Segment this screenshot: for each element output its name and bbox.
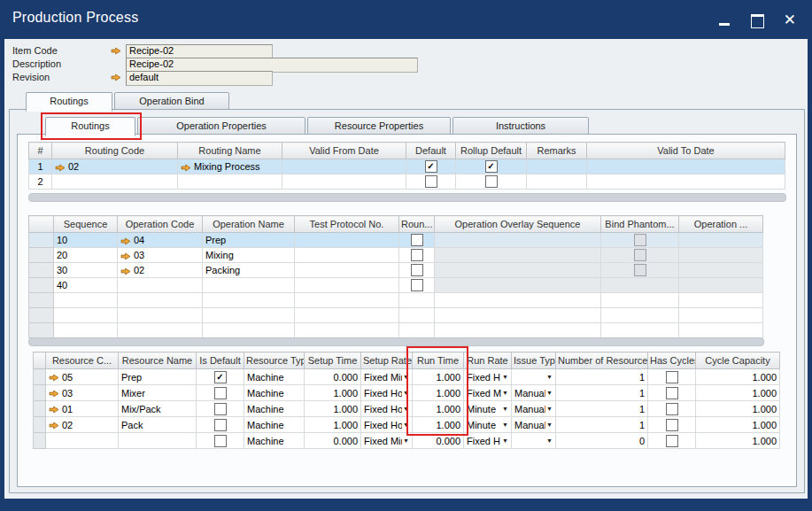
tab-inner-routings[interactable]: Routings — [45, 117, 135, 136]
resource-code-cell[interactable]: 02 — [46, 417, 119, 433]
resource-row[interactable]: 05 Prep ✓ Machine 0.000 Fixed Mir▼ 1.000… — [34, 369, 780, 385]
minimize-button[interactable] — [718, 13, 731, 27]
operation-code-cell[interactable]: 02 — [118, 263, 203, 278]
dropdown-arrow-icon[interactable]: ▼ — [402, 422, 409, 428]
link-arrow-icon[interactable] — [49, 390, 59, 398]
routing-row[interactable]: 2 ✓ ✓ — [29, 174, 785, 190]
col-operation-overlay-sequence[interactable]: Operation Overlay Sequence — [435, 216, 601, 233]
row-selector-cell[interactable] — [34, 417, 46, 433]
operation-name-cell[interactable] — [203, 293, 295, 308]
resource-code-cell[interactable]: 05 — [46, 369, 119, 385]
number-of-resources-cell[interactable]: 1 — [556, 385, 648, 401]
operation-code-cell[interactable] — [118, 323, 203, 338]
sequence-cell[interactable] — [54, 323, 118, 338]
round-checkbox[interactable]: ✓ — [411, 249, 423, 261]
remarks-cell[interactable] — [527, 174, 587, 190]
link-arrow-icon[interactable] — [49, 374, 59, 382]
rollup-default-checkbox[interactable]: ✓ — [485, 160, 498, 173]
operation-code-cell[interactable]: 04 — [118, 233, 203, 248]
dropdown-arrow-icon[interactable]: ▼ — [402, 390, 409, 396]
resource-type-cell[interactable]: Machine — [244, 433, 305, 449]
resource-code-cell[interactable] — [46, 433, 119, 449]
col-operation-code[interactable]: Operation Code — [118, 216, 203, 233]
dropdown-arrow-icon[interactable]: ▼ — [501, 422, 508, 428]
col-resource-code[interactable]: Resource C... — [46, 352, 119, 369]
row-selector-cell[interactable] — [34, 385, 46, 401]
test-protocol-cell[interactable] — [295, 233, 399, 248]
col-sequence[interactable]: Sequence — [54, 216, 118, 233]
dropdown-arrow-icon[interactable]: ▼ — [545, 374, 553, 380]
issue-type-cell[interactable]: Manual▼ — [512, 417, 556, 433]
col-row-select[interactable] — [34, 352, 46, 369]
resource-name-cell[interactable]: Pack — [119, 417, 197, 433]
resource-type-cell[interactable]: Machine — [244, 385, 305, 401]
link-arrow-icon[interactable] — [120, 237, 131, 245]
test-protocol-cell[interactable] — [295, 323, 399, 338]
dropdown-arrow-icon[interactable]: ▼ — [402, 437, 409, 444]
operation-name-cell[interactable]: Mixing — [203, 248, 295, 263]
routing-row[interactable]: 1 02 Mixing Process ✓ ✓ — [29, 159, 785, 174]
col-remarks[interactable]: Remarks — [527, 143, 587, 159]
test-protocol-cell[interactable] — [295, 293, 399, 308]
operation-code-cell[interactable] — [118, 308, 203, 323]
operation-code-cell[interactable] — [118, 293, 203, 308]
col-setup-rate[interactable]: Setup Rate — [361, 352, 413, 369]
operation-row[interactable]: 20 03 Mixing ✓ ✓ — [29, 248, 763, 263]
dropdown-arrow-icon[interactable]: ▼ — [501, 437, 508, 444]
cycle-capacity-cell[interactable]: 1.000 — [696, 401, 780, 417]
dropdown-arrow-icon[interactable]: ▼ — [545, 390, 553, 396]
row-selector-cell[interactable] — [29, 263, 54, 278]
col-issue-type[interactable]: Issue Type — [512, 352, 556, 369]
resource-name-cell[interactable]: Prep — [119, 369, 197, 385]
round-cell[interactable] — [399, 308, 435, 323]
col-default[interactable]: Default — [406, 143, 456, 159]
operation-name-cell[interactable] — [203, 308, 295, 323]
valid-to-cell[interactable] — [587, 159, 785, 174]
col-round[interactable]: Roun... — [399, 216, 435, 233]
resource-row[interactable]: ✓ Machine 0.000 Fixed Mir▼ 0.000 Fixed H… — [34, 433, 780, 449]
round-checkbox[interactable]: ✓ — [411, 234, 423, 246]
col-number-of-resources[interactable]: Number of Resources — [556, 352, 648, 369]
setup-rate-cell[interactable]: Fixed Ho▼ — [361, 417, 413, 433]
has-cycles-checkbox[interactable]: ✓ — [666, 419, 678, 431]
round-cell[interactable] — [399, 323, 435, 338]
run-rate-cell[interactable]: Fixed H▼ — [464, 369, 512, 385]
operation-name-cell[interactable] — [203, 278, 295, 293]
row-selector-cell[interactable] — [29, 293, 54, 308]
col-resource-type[interactable]: Resource Type — [244, 352, 305, 369]
operation-row[interactable]: 30 02 Packing ✓ ✓ — [29, 263, 763, 278]
horizontal-scrollbar[interactable] — [28, 193, 786, 202]
row-selector-cell[interactable] — [29, 323, 54, 338]
has-cycles-checkbox[interactable]: ✓ — [666, 435, 678, 447]
dropdown-arrow-icon[interactable]: ▼ — [501, 390, 508, 396]
col-operation-more[interactable]: Operation ... — [679, 216, 763, 233]
link-arrow-icon[interactable] — [55, 164, 66, 172]
resource-row[interactable]: 02 Pack ✓ Machine 1.000 Fixed Ho▼ 1.000 … — [34, 417, 780, 433]
dropdown-arrow-icon[interactable]: ▼ — [501, 406, 508, 412]
sequence-cell[interactable]: 20 — [54, 248, 118, 263]
resource-type-cell[interactable]: Machine — [244, 369, 305, 385]
test-protocol-cell[interactable] — [295, 248, 399, 263]
number-of-resources-cell[interactable]: 1 — [556, 401, 648, 417]
resource-name-cell[interactable]: Mix/Pack — [119, 401, 197, 417]
default-checkbox[interactable]: ✓ — [425, 160, 437, 173]
revision-field[interactable]: default — [126, 71, 273, 86]
dropdown-arrow-icon[interactable]: ▼ — [402, 406, 409, 412]
setup-rate-cell[interactable]: Fixed Ho▼ — [361, 401, 413, 417]
col-has-cycles[interactable]: Has Cycles — [648, 352, 696, 369]
col-run-time[interactable]: Run Time — [413, 352, 464, 369]
number-of-resources-cell[interactable]: 0 — [556, 433, 648, 449]
cycle-capacity-cell[interactable]: 1.000 — [696, 369, 780, 385]
col-valid-from-date[interactable]: Valid From Date — [282, 143, 406, 159]
row-selector-cell[interactable] — [29, 278, 54, 293]
operation-name-cell[interactable]: Prep — [203, 233, 295, 248]
run-rate-cell[interactable]: Fixed H▼ — [464, 433, 512, 449]
col-row-select[interactable] — [29, 216, 54, 233]
has-cycles-checkbox[interactable]: ✓ — [666, 403, 678, 415]
has-cycles-checkbox[interactable]: ✓ — [666, 371, 678, 383]
run-rate-cell[interactable]: Minute▼ — [464, 401, 512, 417]
is-default-checkbox[interactable]: ✓ — [214, 435, 227, 447]
close-button[interactable]: ✕ — [784, 13, 796, 27]
link-arrow-icon[interactable] — [120, 267, 131, 275]
dropdown-arrow-icon[interactable]: ▼ — [402, 374, 409, 380]
